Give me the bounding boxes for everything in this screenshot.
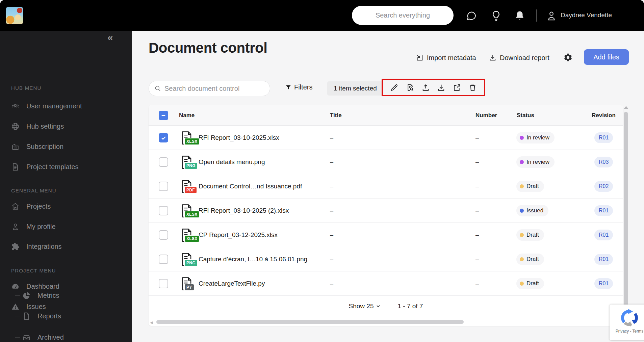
status-label: In review	[526, 159, 549, 165]
document-search-input[interactable]: Search document control	[149, 81, 270, 96]
column-title[interactable]: Title	[330, 105, 342, 126]
chevron-down-icon	[376, 304, 381, 309]
file-name[interactable]: CreateLargeTextFile.py	[199, 280, 265, 287]
chat-icon[interactable]	[465, 10, 477, 22]
tree-line	[15, 283, 15, 338]
select-all-checkbox[interactable]	[159, 111, 168, 120]
edit-icon[interactable]	[390, 83, 398, 92]
global-search-input[interactable]: Search everything	[352, 6, 454, 25]
filters-button[interactable]: Filters	[285, 83, 312, 91]
file-type-icon: XLSX	[181, 204, 192, 217]
scroll-up-arrow[interactable]	[624, 106, 628, 109]
sidebar-item-project-templates[interactable]: Project templates	[11, 160, 79, 174]
pie-chart-icon	[22, 291, 31, 300]
sidebar-item-subscription[interactable]: Subscription	[11, 140, 63, 153]
table-row[interactable]: PNG Open details menu.png – – In review …	[149, 150, 623, 174]
user-icon[interactable]	[546, 10, 557, 22]
status-dot	[520, 257, 524, 261]
table-row[interactable]: XLSX RFI Report_03-10-2025.xlsx – – In r…	[149, 126, 623, 150]
file-name[interactable]: RFI Report_03-10-2025.xlsx	[199, 134, 279, 141]
app-logo[interactable]	[6, 7, 23, 24]
row-checkbox[interactable]	[159, 230, 168, 240]
row-checkbox[interactable]	[159, 206, 168, 215]
table-row[interactable]: XLSX RFI Report_03-10-2025 (2).xlsx – – …	[149, 199, 623, 223]
section-general-menu: GENERAL MENU	[11, 188, 56, 193]
tree-branch	[15, 337, 20, 338]
sidebar-item-archived[interactable]: Archived	[22, 331, 64, 342]
sidebar-item-user-management[interactable]: User management	[11, 99, 82, 113]
sidebar-item-projects[interactable]: Projects	[11, 200, 51, 213]
column-revision[interactable]: Revision	[592, 105, 616, 126]
status-badge: Draft	[516, 229, 544, 241]
download-icon	[489, 54, 496, 61]
revision-badge[interactable]: R02	[594, 181, 613, 192]
row-checkbox[interactable]	[159, 182, 168, 191]
sidebar-item-hub-settings[interactable]: Hub settings	[11, 120, 64, 133]
row-checkbox[interactable]	[159, 255, 168, 264]
row-checkbox[interactable]	[159, 157, 168, 167]
status-badge: In review	[516, 156, 555, 168]
page-title: Document control	[149, 40, 267, 56]
row-checkbox[interactable]	[159, 133, 168, 142]
horizontal-scrollbar[interactable]: ◀	[149, 320, 623, 324]
revision-badge[interactable]: R01	[594, 132, 613, 143]
bell-icon[interactable]	[514, 10, 525, 22]
column-number[interactable]: Number	[475, 105, 497, 126]
share-icon[interactable]	[453, 83, 461, 92]
sidebar-item-label: Archived	[37, 334, 64, 341]
recaptcha-badge[interactable]: Privacy - Terms	[610, 305, 644, 340]
file-name[interactable]: Document Control…nd Issuance.pdf	[199, 183, 302, 190]
document-table: Name Title Number Status Revision XLSX R…	[149, 105, 623, 326]
column-status[interactable]: Status	[517, 105, 534, 126]
sidebar-item-my-profile[interactable]: My profile	[11, 220, 56, 233]
revision-badge[interactable]: R01	[594, 254, 613, 265]
page-size-select[interactable]: Show 25	[349, 302, 381, 310]
add-files-button[interactable]: Add files	[584, 49, 629, 65]
delete-icon[interactable]	[468, 83, 477, 92]
sidebar-item-integrations[interactable]: Integrations	[11, 240, 62, 253]
table-row[interactable]: XLSX CP Report_03-12-2025.xlsx – – Draft…	[149, 223, 623, 247]
puzzle-icon	[11, 242, 20, 251]
gauge-icon	[11, 282, 20, 291]
status-label: Issued	[526, 207, 543, 214]
download-report-button[interactable]: Download report	[489, 53, 549, 63]
import-metadata-button[interactable]: Import metadata	[416, 53, 476, 63]
sidebar-item-label: Reports	[37, 312, 61, 320]
revision-badge[interactable]: R01	[594, 230, 613, 240]
file-preview-icon[interactable]	[406, 83, 414, 92]
table-row[interactable]: PNG Capture d’écran, l…10 à 15.06.01.png…	[149, 247, 623, 271]
row-checkbox[interactable]	[159, 279, 168, 288]
file-name[interactable]: Capture d’écran, l…10 à 15.06.01.png	[199, 256, 307, 263]
vertical-scrollbar-thumb[interactable]	[624, 112, 628, 321]
table-header: Name Title Number Status Revision	[149, 105, 623, 126]
gear-icon[interactable]	[563, 53, 573, 62]
table-row[interactable]: PDF Document Control…nd Issuance.pdf – –…	[149, 174, 623, 199]
sidebar-collapse-button[interactable]: «	[107, 32, 112, 43]
status-dot	[520, 209, 524, 213]
recaptcha-terms[interactable]: Privacy - Terms	[610, 329, 644, 334]
revision-badge[interactable]: R01	[594, 278, 613, 289]
table-row[interactable]: PY CreateLargeTextFile.py – – Draft R01	[149, 271, 623, 296]
column-name[interactable]: Name	[179, 105, 195, 126]
cell-number: –	[475, 247, 479, 271]
user-name[interactable]: Daydree Vendette	[561, 11, 612, 19]
scroll-left-arrow[interactable]: ◀	[150, 320, 153, 325]
sidebar: « HUB MENU User management Hub settings	[0, 31, 132, 342]
horizontal-scrollbar-thumb[interactable]	[156, 320, 464, 324]
file-type-icon: PDF	[181, 180, 192, 193]
sidebar-item-metrics[interactable]: Metrics	[22, 289, 59, 302]
file-type-badge: XLSX	[184, 138, 200, 145]
upload-icon[interactable]	[421, 83, 430, 92]
file-name[interactable]: Open details menu.png	[199, 158, 265, 166]
revision-badge[interactable]: R01	[594, 205, 613, 216]
table-body: XLSX RFI Report_03-10-2025.xlsx – – In r…	[149, 126, 623, 296]
sidebar-item-reports[interactable]: Reports	[22, 309, 61, 323]
building-icon	[11, 142, 20, 151]
archive-icon	[22, 333, 31, 342]
cell-number: –	[475, 126, 479, 150]
revision-badge[interactable]: R03	[594, 157, 613, 167]
file-name[interactable]: RFI Report_03-10-2025 (2).xlsx	[199, 207, 289, 214]
download-icon[interactable]	[437, 83, 445, 92]
file-name[interactable]: CP Report_03-12-2025.xlsx	[199, 231, 278, 239]
lightbulb-icon[interactable]	[490, 10, 502, 22]
